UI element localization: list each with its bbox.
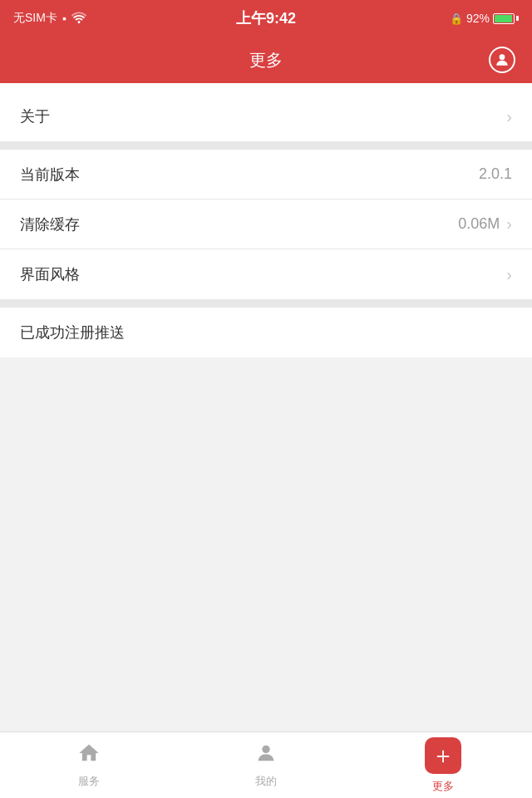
clear-cache-row[interactable]: 清除缓存 0.06M › bbox=[0, 200, 532, 249]
section-about: 关于 › bbox=[0, 91, 532, 141]
avatar-button[interactable] bbox=[489, 47, 515, 73]
push-registered-label: 已成功注册推送 bbox=[20, 323, 125, 342]
chevron-icon: › bbox=[506, 107, 512, 126]
clear-cache-label: 清除缓存 bbox=[20, 214, 80, 234]
push-registered-row: 已成功注册推送 bbox=[0, 308, 532, 357]
tab-service[interactable]: 服务 bbox=[0, 732, 177, 798]
sim-icon: ▪ bbox=[62, 12, 66, 25]
tab-mine-label: 我的 bbox=[255, 774, 277, 789]
tab-mine[interactable]: 我的 bbox=[177, 732, 354, 798]
top-spacer bbox=[0, 83, 532, 91]
tab-more[interactable]: ＋ 更多 bbox=[355, 732, 532, 798]
lock-icon: 🔒 bbox=[450, 12, 463, 25]
about-label: 关于 bbox=[20, 106, 50, 126]
tab-bar: 服务 我的 ＋ 更多 bbox=[0, 732, 532, 798]
version-label: 当前版本 bbox=[20, 165, 80, 185]
svg-point-0 bbox=[500, 54, 505, 60]
battery-percent: 92% bbox=[466, 12, 490, 25]
about-row[interactable]: 关于 › bbox=[0, 91, 532, 141]
version-number: 2.0.1 bbox=[479, 165, 512, 183]
plus-icon: ＋ bbox=[431, 744, 455, 767]
about-chevron: › bbox=[506, 107, 512, 126]
ui-style-label: 界面风格 bbox=[20, 264, 80, 284]
chevron-icon: › bbox=[506, 214, 512, 234]
more-box: ＋ bbox=[425, 737, 461, 774]
person-icon bbox=[254, 741, 278, 771]
clear-cache-value: 0.06M › bbox=[458, 214, 512, 234]
gray-area bbox=[0, 357, 532, 524]
section-push: 已成功注册推送 bbox=[0, 308, 532, 357]
chevron-icon: › bbox=[506, 265, 512, 284]
ui-style-row[interactable]: 界面风格 › bbox=[0, 249, 532, 299]
status-left: 无SIM卡 ▪ bbox=[13, 11, 86, 26]
version-row: 当前版本 2.0.1 bbox=[0, 150, 532, 200]
header: 更多 bbox=[0, 37, 532, 83]
tab-service-label: 服务 bbox=[78, 774, 100, 789]
ui-style-chevron: › bbox=[506, 265, 512, 284]
tab-more-label: 更多 bbox=[432, 779, 454, 794]
page-title: 更多 bbox=[249, 49, 283, 71]
section-settings: 当前版本 2.0.1 清除缓存 0.06M › 界面风格 › bbox=[0, 150, 532, 299]
cache-size: 0.06M bbox=[458, 215, 500, 233]
wifi-icon bbox=[71, 12, 86, 26]
home-icon bbox=[77, 741, 101, 771]
carrier-text: 无SIM卡 bbox=[13, 11, 57, 26]
status-right: 🔒 92% bbox=[450, 12, 519, 25]
svg-point-1 bbox=[262, 746, 269, 753]
battery-icon bbox=[493, 13, 519, 24]
status-time: 上午9:42 bbox=[236, 8, 296, 28]
status-bar: 无SIM卡 ▪ 上午9:42 🔒 92% bbox=[0, 0, 532, 37]
divider-1 bbox=[0, 141, 532, 150]
version-value: 2.0.1 bbox=[479, 165, 512, 183]
divider-2 bbox=[0, 299, 532, 308]
